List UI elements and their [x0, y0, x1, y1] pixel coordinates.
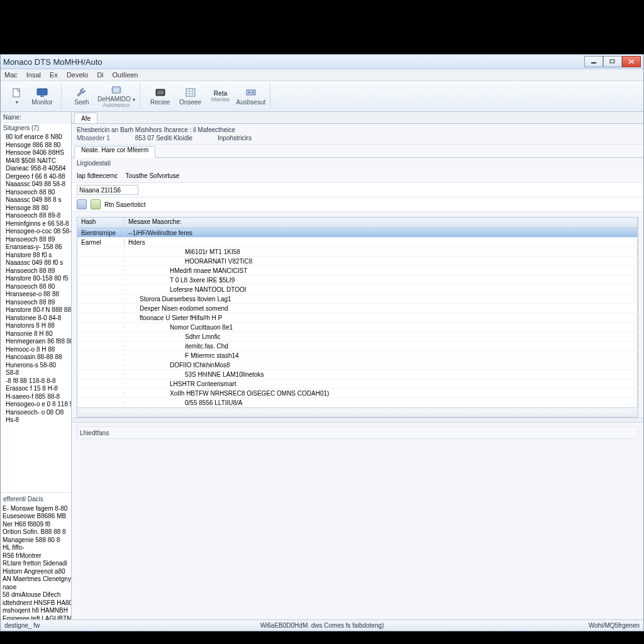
tree-item[interactable]: Hranseese-o 88 88 — [6, 291, 71, 299]
monitor-button[interactable]: Monitor — [27, 84, 57, 109]
list-item[interactable]: E- Monswe fagem 8-80 — [3, 505, 69, 513]
address-button[interactable]: Ausbsesut — [236, 84, 267, 109]
tree-item[interactable]: Dergeeo f 66 8 40-88 — [6, 173, 71, 181]
grid-row[interactable]: ftoonace U Sieter fHifa#h H P — [77, 313, 638, 323]
close-button[interactable] — [622, 56, 641, 67]
tree-item[interactable]: M4/8 $508 NAITC — [6, 157, 71, 165]
tree-item[interactable]: Hansoeoch 88 89 — [6, 236, 71, 244]
tree-item[interactable]: Enanseas-y- 158 86 — [6, 243, 71, 252]
grid-row[interactable]: 0/55 8556 LLTIIU8/A — [77, 398, 638, 408]
tree-item[interactable]: 80 loif enarce 8 N80 — [6, 133, 71, 142]
menu-item[interactable]: Di — [97, 71, 103, 79]
left-pane-subheader[interactable]: Situgners (7) — [1, 123, 71, 133]
list-item[interactable]: Ner H68 f8809 f8 — [3, 521, 69, 529]
list-item[interactable]: AN Maertmes Clenetgny — [3, 575, 69, 584]
tree-item[interactable]: Naaassc 049 88 8 s — [6, 196, 71, 204]
tree-item[interactable]: H-saeeo-f 885 88-8 — [6, 393, 71, 401]
tree-item[interactable]: Naaassc 049 88 f0 s — [6, 259, 71, 267]
reta-button[interactable]: Reta Maniee — [206, 84, 236, 109]
tree-item[interactable]: Hansonie 8 H 80 — [6, 330, 71, 338]
list-item[interactable]: RLtare fretton Sidenadi — [3, 560, 69, 568]
tree-item[interactable]: Hansoeoch 88 89 — [6, 299, 71, 307]
menu-item[interactable]: Outlieen — [113, 71, 138, 79]
menu-item[interactable]: Mac — [4, 71, 18, 79]
splitter-horizontal[interactable] — [1, 492, 71, 493]
splitter-horizontal[interactable] — [72, 418, 643, 423]
tree-item[interactable]: Hansoeoch- o 08 O8 — [6, 409, 71, 417]
grid-row[interactable]: EarmelHders — [77, 238, 638, 247]
list-item[interactable]: HL fiffo- — [3, 544, 69, 552]
tree-item[interactable]: -8 f8 88 118-8 8-8 — [6, 377, 71, 386]
main-tab[interactable]: Afe — [74, 113, 97, 123]
tree-item[interactable]: S8-8 — [6, 369, 71, 377]
list-item[interactable]: idtehdnent HNSFB HA80 — [3, 599, 69, 608]
grid-row[interactable]: Nomor Cucittauon 8e1 — [77, 323, 638, 332]
menu-item[interactable]: Insal — [26, 71, 41, 79]
grid-row[interactable]: T 0 L8 3xere IRE $5LI9 — [77, 275, 638, 285]
tree-item[interactable]: Hensoge 886 88 80 — [6, 142, 71, 150]
tree-item[interactable]: Hanstonee 8-0 84-8 — [6, 314, 71, 323]
create-button[interactable]: Onseee — [175, 84, 206, 109]
grid-row[interactable]: itemitc.fas. Chd — [77, 341, 638, 351]
minimize-button[interactable] — [584, 56, 603, 67]
grid-row[interactable]: Dexper Nisen eodomet somend — [77, 304, 638, 313]
action-icon-button[interactable] — [91, 199, 101, 209]
tree-item[interactable]: Hanstonrs 8 H 88 — [6, 322, 71, 330]
tree-item[interactable]: Henmegeraen 86 f88 88 — [6, 338, 71, 346]
action-icon-button[interactable] — [77, 199, 87, 209]
grid-row[interactable]: Mi6101r MT1 1KI58 — [77, 247, 638, 257]
run-label[interactable]: Rtn Sasertotict — [104, 201, 146, 208]
ecu-button[interactable]: Reciee — [145, 84, 175, 109]
filter-input[interactable] — [77, 185, 138, 195]
tree-item[interactable]: Naaassc 049 88 58-8 — [6, 180, 71, 189]
tree-item[interactable]: Hancoasin 88-88 88 — [6, 353, 71, 362]
grid-row[interactable]: HMedrfi rinaee MANCICIST — [77, 266, 638, 275]
list-item[interactable]: R56 frMontrer — [3, 552, 69, 560]
list-item[interactable]: mshoqent h8 HAMNBH — [3, 607, 69, 615]
wrench-button[interactable]: Seeh — [67, 84, 97, 109]
tree-item[interactable]: Dianeac 958-8 40584 — [6, 165, 71, 173]
tree-item[interactable]: Hanstore 80-f N 888 88 — [6, 306, 71, 314]
list-item[interactable]: naoe — [3, 584, 69, 592]
tree-item[interactable]: Hansoeoch 88 89 — [6, 267, 71, 275]
grid-col-header[interactable]: Mesaxe Masorche: — [125, 218, 638, 228]
grid-col-header[interactable]: Hash — [77, 218, 125, 228]
ecu-tree[interactable]: 80 loif enarce 8 N80Hensoge 886 88 80Hen… — [1, 133, 71, 491]
tree-item[interactable]: Erassoc f 15 8 H-8 — [6, 385, 71, 393]
grid-row[interactable]: Lofersre NANTOOL DTOOI — [77, 285, 638, 294]
lower-panel-header[interactable]: Lhiedtfans — [77, 426, 638, 439]
grid-row[interactable]: F Mtiermrc stash14 — [77, 351, 638, 360]
tree-item[interactable]: Heminfginns e 66 58-8 — [6, 220, 71, 228]
tree-item[interactable]: Hensooe 8406 88HS — [6, 149, 71, 157]
tree-item[interactable]: Hansoeoch 88 89-8 — [6, 212, 71, 220]
list-item[interactable]: Euseseowe B8686 MB — [3, 513, 69, 521]
tree-item[interactable]: Hanstore 88 f0 s — [6, 252, 71, 260]
tree-item[interactable]: Hemooc-o 8 H 88 — [6, 346, 71, 354]
list-item[interactable]: Historn Angreenot a80 — [3, 568, 69, 576]
tree-item[interactable]: Hensogee-o-coc 08 58- — [6, 228, 71, 236]
menu-item[interactable]: Develo — [67, 71, 88, 79]
tree-item[interactable]: Hansoeoch 88 80 — [6, 283, 71, 291]
tree-item[interactable]: Hensogeo-o e 0 8 118 58 — [6, 401, 71, 409]
list-item[interactable]: Managenie 588 80 8 — [3, 536, 69, 545]
tree-item[interactable]: Hanstore 80-158 80 f5 — [6, 275, 71, 283]
sub-tab[interactable]: Neate. Hare cor Mfeerm — [74, 146, 155, 158]
grid-row-selected[interactable]: Bientrismipe --1iHF/Weilindtoe feres — [77, 228, 638, 238]
grid-row[interactable]: Sdhrr Lmnfic — [77, 332, 638, 341]
menu-item[interactable]: Ex — [50, 71, 58, 79]
dehamido-button[interactable]: DeHAMIDO ▾ Autonesco — [97, 84, 136, 109]
new-button[interactable]: ▾ — [7, 84, 27, 109]
grid-row[interactable]: LHSHTR Conteerismart — [77, 379, 638, 389]
grid-row[interactable]: XoIIh HBTFW NRHSREC8 OiSEGEC OMNS CODAH0… — [77, 389, 638, 398]
grid-row[interactable]: HOORARNATI V82TiC8 — [77, 257, 638, 266]
grid-row[interactable]: DOFIIO tChkhinMos8 — [77, 360, 638, 370]
grid-row[interactable]: 53S HhINNE LAM10linetoks — [77, 370, 638, 379]
restore-button[interactable] — [603, 56, 622, 67]
left-pane-footer-list[interactable]: E- Monswe fagem 8-80Euseseowe B8686 MBNe… — [1, 504, 71, 625]
tree-item[interactable]: Hansoeoch 88 80 — [6, 189, 71, 197]
tree-item[interactable]: Hensoge 88 80 — [6, 204, 71, 213]
grid-row[interactable]: Storora Dueserbess ltovien Lag1 — [77, 294, 638, 304]
list-item[interactable]: Orition Sofin. B88 88 8 — [3, 528, 69, 536]
tree-item[interactable]: Hs-8 — [6, 416, 71, 425]
list-item[interactable]: 58 dmiAtouse Difech — [3, 591, 69, 599]
